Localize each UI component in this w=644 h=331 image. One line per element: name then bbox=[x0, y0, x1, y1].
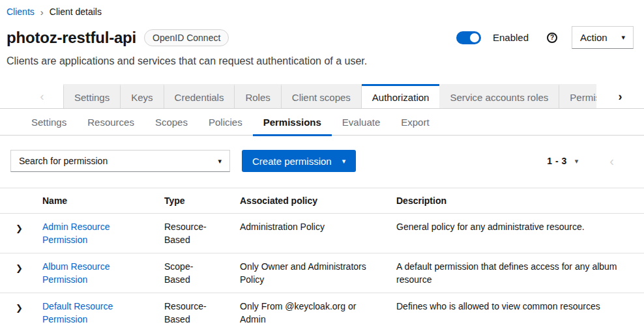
tab-label: Credentials bbox=[175, 92, 224, 103]
chevron-right-icon: › bbox=[619, 91, 622, 102]
pagination-range: 1 - 3 bbox=[547, 156, 567, 166]
search-permission-label: Search for permission bbox=[19, 156, 108, 166]
pagination-prev-button[interactable]: ‹ bbox=[609, 154, 614, 167]
breadcrumb: Clients › Client details bbox=[0, 0, 644, 17]
pagination: 1 - 3 ▾ ‹ bbox=[547, 154, 634, 167]
subtab-settings[interactable]: Settings bbox=[21, 109, 77, 135]
chevron-left-icon: ‹ bbox=[40, 91, 44, 102]
subtab-resources[interactable]: Resources bbox=[77, 109, 145, 135]
permission-name-link[interactable]: Admin Resource Permission bbox=[42, 222, 110, 245]
permission-policy: Only Owner and Administrators Policy bbox=[229, 253, 386, 293]
permissions-table: Name Type Associated policy Description … bbox=[0, 188, 644, 331]
table-header-row: Name Type Associated policy Description bbox=[0, 188, 644, 214]
column-header-description: Description bbox=[386, 188, 644, 214]
page-title: photoz-restful-api bbox=[7, 27, 136, 48]
permission-description: Defines who is allowed to view common re… bbox=[386, 293, 644, 331]
create-permission-label: Create permission bbox=[252, 156, 332, 167]
permission-name-link[interactable]: Default Resource Permission bbox=[42, 301, 113, 324]
permissions-toolbar: Search for permission ▾ Create permissio… bbox=[0, 136, 644, 172]
row-expander-icon[interactable]: ❯ bbox=[16, 264, 23, 272]
tab-label: Settings bbox=[74, 92, 110, 103]
tab-settings[interactable]: Settings bbox=[63, 84, 121, 108]
tab-scroll-right-button[interactable]: › bbox=[596, 84, 644, 109]
subtab-permissions[interactable]: Permissions bbox=[253, 109, 332, 135]
tab-label: Keys bbox=[131, 92, 153, 103]
main-tabbar: ‹ Settings Keys Credentials Roles Client… bbox=[0, 84, 644, 109]
page-description: Clients are applications and services th… bbox=[0, 55, 644, 67]
create-permission-button[interactable]: Create permission ▾ bbox=[242, 150, 356, 172]
permission-description: A default permission that defines access… bbox=[386, 253, 644, 293]
breadcrumb-separator-icon: › bbox=[40, 7, 44, 17]
tab-label: Roles bbox=[245, 92, 270, 103]
enabled-label: Enabled bbox=[493, 32, 529, 43]
permission-description: General policy for any administrative re… bbox=[386, 214, 644, 253]
tab-label: Client scopes bbox=[292, 92, 351, 103]
subtab-policies[interactable]: Policies bbox=[198, 109, 253, 135]
column-header-name: Name bbox=[32, 188, 154, 214]
tab-roles[interactable]: Roles bbox=[235, 84, 281, 108]
caret-down-icon: ▾ bbox=[342, 158, 346, 165]
expander-column-header bbox=[0, 188, 32, 214]
tab-label: Service accounts roles bbox=[450, 92, 548, 103]
permission-type: Resource-Based bbox=[154, 214, 229, 253]
tab-service-accounts-roles[interactable]: Service accounts roles bbox=[439, 84, 559, 108]
protocol-badge: OpenID Connect bbox=[144, 29, 229, 46]
tab-client-scopes[interactable]: Client scopes bbox=[282, 84, 362, 108]
subtab-scopes[interactable]: Scopes bbox=[145, 109, 198, 135]
table-row: ❯ Admin Resource Permission Resource-Bas… bbox=[0, 214, 644, 253]
toggle-knob bbox=[470, 33, 479, 42]
permission-name-link[interactable]: Album Resource Permission bbox=[42, 261, 110, 285]
help-icon[interactable]: ? bbox=[547, 33, 557, 43]
table-row: ❯ Default Resource Permission Resource-B… bbox=[0, 293, 644, 331]
subtab-export[interactable]: Export bbox=[390, 109, 439, 135]
action-dropdown[interactable]: Action ▾ bbox=[572, 26, 634, 49]
column-header-associated-policy: Associated policy bbox=[229, 188, 386, 214]
permission-type: Scope-Based bbox=[154, 253, 229, 293]
tab-scroll-left-button[interactable]: ‹ bbox=[0, 84, 63, 108]
permission-type: Resource-Based bbox=[154, 293, 229, 331]
authorization-subtabs: Settings Resources Scopes Policies Permi… bbox=[0, 109, 644, 136]
search-permission-dropdown[interactable]: Search for permission ▾ bbox=[10, 150, 230, 172]
row-expander-icon[interactable]: ❯ bbox=[16, 224, 23, 233]
pagination-caret-down-icon[interactable]: ▾ bbox=[575, 158, 579, 165]
permission-policy: Administration Policy bbox=[229, 214, 386, 253]
column-header-type: Type bbox=[154, 188, 229, 214]
tab-authorization[interactable]: Authorization bbox=[362, 84, 440, 108]
permission-policy: Only From @keycloak.org or Admin bbox=[229, 293, 386, 331]
tab-label: Authorization bbox=[372, 92, 430, 103]
action-dropdown-label: Action bbox=[580, 32, 607, 43]
breadcrumb-current: Client details bbox=[50, 7, 102, 17]
caret-down-icon: ▾ bbox=[621, 34, 625, 41]
enabled-toggle[interactable] bbox=[456, 31, 481, 44]
tab-keys[interactable]: Keys bbox=[121, 84, 164, 108]
caret-down-icon: ▾ bbox=[218, 158, 222, 165]
tab-credentials[interactable]: Credentials bbox=[164, 84, 235, 108]
header-controls: Enabled ? Action ▾ bbox=[456, 26, 634, 49]
subtab-evaluate[interactable]: Evaluate bbox=[332, 109, 390, 135]
row-expander-icon[interactable]: ❯ bbox=[16, 304, 23, 312]
page-header: photoz-restful-api OpenID Connect Enable… bbox=[0, 26, 644, 49]
table-row: ❯ Album Resource Permission Scope-Based … bbox=[0, 253, 644, 293]
title-wrap: photoz-restful-api OpenID Connect bbox=[7, 27, 229, 48]
breadcrumb-link-clients[interactable]: Clients bbox=[7, 7, 35, 17]
